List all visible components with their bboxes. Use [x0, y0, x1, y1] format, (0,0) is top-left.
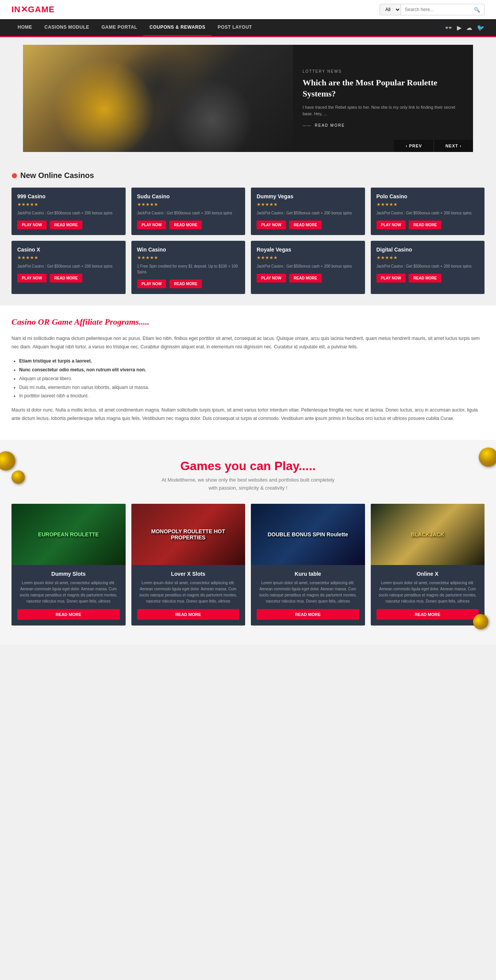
- hero-chips-background: [23, 45, 293, 152]
- casino-name-0: 999 Casino: [17, 193, 120, 199]
- search-container: All 🔍: [380, 4, 485, 15]
- casino-read-btn-7[interactable]: READ MORE: [409, 274, 441, 283]
- casino-desc-3: JackPot Casino : Get $50bonus cash + 200…: [377, 210, 479, 216]
- hero-image: [23, 45, 293, 152]
- casino-name-5: Win Casino: [137, 247, 240, 253]
- nav-home[interactable]: HOME: [11, 19, 38, 36]
- game-name-1: Lover X Slots: [137, 571, 240, 577]
- casino-play-btn-2[interactable]: PLAY NOW: [257, 220, 286, 229]
- logo-game: GAME: [28, 5, 55, 14]
- casino-btns-4: PLAY NOW READ MORE: [17, 274, 120, 283]
- game-readmore-btn-3[interactable]: READ MORE: [377, 609, 479, 620]
- game-card-body-2: Kuru table Lorem ipsum dolor sit amet, c…: [251, 565, 365, 626]
- search-input[interactable]: [401, 5, 470, 15]
- game-name-0: Dummy Slots: [17, 571, 120, 577]
- game-img-3: BLACKJACK: [371, 504, 485, 565]
- casino-card-4: Casino X ★★★★★ JackPot Casino : Get $50b…: [11, 241, 126, 294]
- casino-read-btn-5[interactable]: READ MORE: [169, 279, 202, 288]
- game-readmore-btn-0[interactable]: READ MORE: [17, 609, 120, 620]
- soundcloud-icon[interactable]: ☁: [466, 24, 472, 31]
- logo-x: ✕: [21, 5, 28, 14]
- casino-desc-4: JackPot Casino : Get $50bonus cash + 200…: [17, 263, 120, 269]
- casino-card-7: Digital Casino ★★★★★ JackPot Casino : Ge…: [371, 241, 485, 294]
- game-name-3: Online X: [377, 571, 479, 577]
- affiliate-section: Casino OR Game Affiliate Programs..... N…: [0, 305, 496, 440]
- casino-card-0: 999 Casino ★★★★★ JackPot Casino : Get $5…: [11, 188, 126, 235]
- game-card-1: MONOPOLY ROULETTE HOT PROPERTIES Lover X…: [131, 504, 246, 626]
- nav-casions[interactable]: CASIONS MODULE: [38, 19, 95, 36]
- new-casinos-section: New Online Casinos 999 Casino ★★★★★ Jack…: [0, 160, 496, 305]
- header: IN✕GAME All 🔍: [0, 0, 496, 19]
- casino-read-btn-0[interactable]: READ MORE: [50, 220, 82, 229]
- affiliate-list-item-2: Aliquam ut placerat libero.: [19, 374, 485, 383]
- nav-coupons[interactable]: COUPONS & REWARDS: [143, 19, 211, 36]
- game-card-3: BLACKJACK Online X Lorem ipsum dolor sit…: [371, 504, 485, 626]
- casino-play-btn-6[interactable]: PLAY NOW: [257, 274, 286, 283]
- casino-read-btn-2[interactable]: READ MORE: [289, 220, 322, 229]
- casino-stars-0: ★★★★★: [17, 202, 120, 207]
- games-header: Games you can Play..... At Modeltheme, w…: [11, 459, 485, 492]
- game-readmore-btn-1[interactable]: READ MORE: [137, 609, 240, 620]
- game-card-body-3: Online X Lorem ipsum dolor sit amet, con…: [371, 565, 485, 626]
- game-card-2: DOUBLE BONUS SPIN Roulette Kuru table Lo…: [251, 504, 365, 626]
- casino-stars-7: ★★★★★: [377, 255, 479, 260]
- casino-desc-5: 1 Free Spin credited for every $1 deposi…: [137, 263, 240, 275]
- new-casinos-title: New Online Casinos: [11, 171, 485, 180]
- twitter-icon[interactable]: 🐦: [477, 24, 485, 31]
- search-category-select[interactable]: All: [380, 4, 401, 15]
- casino-play-btn-5[interactable]: PLAY NOW: [137, 279, 167, 288]
- game-desc-1: Lorem ipsum dolor sit amet, consectetur …: [137, 580, 240, 604]
- hero-category: LOTTERY NEWS: [303, 69, 463, 74]
- casino-btns-2: PLAY NOW READ MORE: [257, 220, 359, 229]
- logo-in: IN: [11, 5, 21, 14]
- hero-description: I have traced the Rebel spies to her. No…: [303, 104, 463, 118]
- casino-play-btn-0[interactable]: PLAY NOW: [17, 220, 47, 229]
- nav-links: HOME CASIONS MODULE GAME PORTAL COUPONS …: [11, 19, 258, 36]
- casino-play-btn-4[interactable]: PLAY NOW: [17, 274, 47, 283]
- hero-next-button[interactable]: NEXT ›: [434, 140, 473, 152]
- affiliate-title: Casino OR Game Affiliate Programs.....: [11, 317, 485, 327]
- casino-name-4: Casino X: [17, 247, 120, 253]
- hero-navigation: ‹ PREV NEXT ›: [394, 140, 473, 152]
- hero-prev-button[interactable]: ‹ PREV: [394, 140, 434, 152]
- casino-card-1: Sudu Casino ★★★★★ JackPot Casino : Get $…: [131, 188, 246, 235]
- affiliate-list: Etiam tristique et turpis a laoreet.Nunc…: [19, 357, 485, 400]
- casino-desc-1: JackPot Casino : Get $50bonus cash + 200…: [137, 210, 240, 216]
- search-button[interactable]: 🔍: [470, 5, 484, 15]
- affiliate-list-item-1: Nunc consectetur odio metus, non rutrum …: [19, 366, 485, 374]
- casino-grid: 999 Casino ★★★★★ JackPot Casino : Get $5…: [11, 188, 485, 294]
- hero-read-more-link[interactable]: READ MORE: [303, 123, 463, 127]
- casino-stars-6: ★★★★★: [257, 255, 359, 260]
- casino-read-btn-1[interactable]: READ MORE: [169, 220, 202, 229]
- casino-stars-2: ★★★★★: [257, 202, 359, 207]
- casino-stars-3: ★★★★★: [377, 202, 479, 207]
- games-title-regular: Games you can: [180, 459, 274, 473]
- casino-stars-4: ★★★★★: [17, 255, 120, 260]
- casino-play-btn-7[interactable]: PLAY NOW: [377, 274, 406, 283]
- casino-name-2: Dummy Vegas: [257, 193, 359, 199]
- casino-read-btn-6[interactable]: READ MORE: [289, 274, 322, 283]
- nav-game-portal[interactable]: GAME PORTAL: [95, 19, 143, 36]
- casino-name-3: Polo Casino: [377, 193, 479, 199]
- nav-post-layout[interactable]: POST LAYOUT: [211, 19, 258, 36]
- casino-btns-0: PLAY NOW READ MORE: [17, 220, 120, 229]
- glasses-icon[interactable]: 👓: [445, 24, 452, 31]
- game-readmore-btn-2[interactable]: READ MORE: [257, 609, 359, 620]
- casino-read-btn-3[interactable]: READ MORE: [409, 220, 441, 229]
- logo: IN✕GAME: [11, 5, 55, 15]
- games-section: Games you can Play..... At Modeltheme, w…: [0, 440, 496, 645]
- casino-card-2: Dummy Vegas ★★★★★ JackPot Casino : Get $…: [251, 188, 365, 235]
- casino-play-btn-1[interactable]: PLAY NOW: [137, 220, 167, 229]
- casino-play-btn-3[interactable]: PLAY NOW: [377, 220, 406, 229]
- game-card-body-0: Dummy Slots Lorem ipsum dolor sit amet, …: [11, 565, 126, 626]
- casino-stars-1: ★★★★★: [137, 202, 240, 207]
- game-desc-0: Lorem ipsum dolor sit amet, consectetur …: [17, 580, 120, 604]
- youtube-icon[interactable]: ▶: [457, 24, 462, 31]
- casino-desc-0: JackPot Casino : Get $50bonus cash + 200…: [17, 210, 120, 216]
- game-card-body-1: Lover X Slots Lorem ipsum dolor sit amet…: [131, 565, 246, 626]
- affiliate-list-item-0: Etiam tristique et turpis a laoreet.: [19, 357, 485, 366]
- casino-read-btn-4[interactable]: READ MORE: [50, 274, 82, 283]
- casino-btns-3: PLAY NOW READ MORE: [377, 220, 479, 229]
- casino-card-6: Royale Vegas ★★★★★ JackPot Casino : Get …: [251, 241, 365, 294]
- casino-btns-6: PLAY NOW READ MORE: [257, 274, 359, 283]
